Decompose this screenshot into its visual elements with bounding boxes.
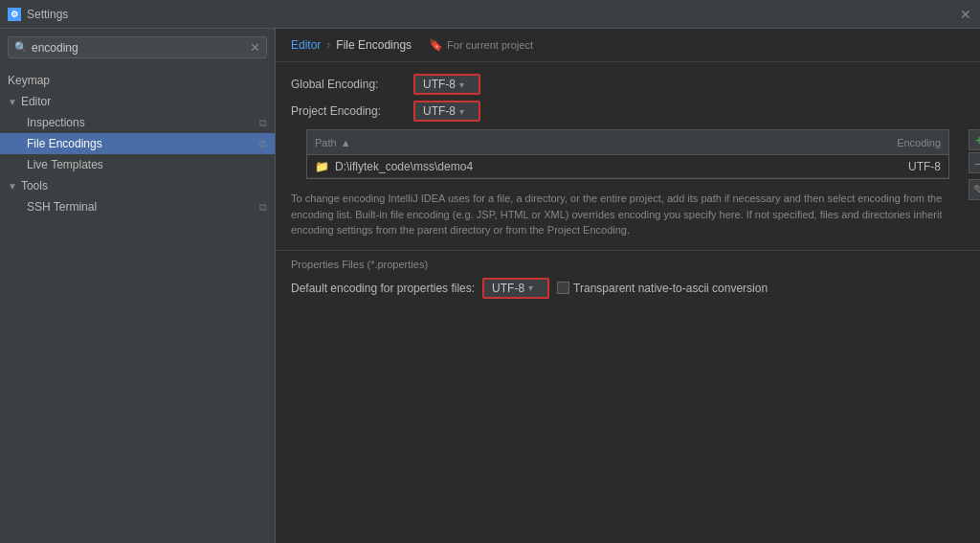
main-layout: 🔍 ✕ Keymap ▼ Editor Inspections ⧉ File E… [0, 29, 980, 543]
window-title: Settings [27, 8, 68, 21]
breadcrumb-tab-for-project[interactable]: 🔖 For current project [429, 38, 533, 52]
sidebar-section-tools[interactable]: ▼ Tools [0, 175, 275, 196]
table-toolbar: + – ✎ [969, 129, 980, 200]
transparent-checkbox-row: Transparent native-to-ascii conversion [557, 282, 768, 295]
settings-body: Global Encoding: UTF-8 ▾ Project Encodin… [276, 62, 980, 543]
breadcrumb-editor-link[interactable]: Editor [291, 38, 321, 52]
table-cell-path: 📁 D:\iflytek_code\mss\demo4 [307, 160, 834, 173]
search-clear-icon[interactable]: ✕ [250, 40, 260, 55]
sidebar-item-inspections[interactable]: Inspections ⧉ [0, 112, 275, 133]
breadcrumb: Editor › File Encodings 🔖 For current pr… [276, 29, 980, 62]
table-header: Path ▲ Encoding [307, 130, 948, 155]
breadcrumb-current: File Encodings [336, 38, 412, 52]
search-box[interactable]: 🔍 ✕ [8, 36, 267, 58]
transparent-checkbox[interactable] [557, 282, 569, 294]
global-encoding-dropdown[interactable]: UTF-8 ▾ [413, 74, 480, 95]
nav-tree: Keymap ▼ Editor Inspections ⧉ File Encod… [0, 66, 275, 543]
path-encoding-table: Path ▲ Encoding 📁 D:\iflytek_code\mss\de… [306, 129, 949, 179]
project-encoding-label: Project Encoding: [291, 104, 406, 118]
properties-row: Default encoding for properties files: U… [291, 278, 965, 299]
folder-icon: 📁 [315, 160, 329, 173]
global-encoding-label: Global Encoding: [291, 78, 406, 91]
inspections-copy-icon: ⧉ [259, 117, 267, 129]
encoding-rows: Global Encoding: UTF-8 ▾ Project Encodin… [276, 62, 980, 129]
editor-collapse-arrow: ▼ [8, 97, 17, 107]
project-encoding-arrow: ▾ [459, 106, 464, 117]
sidebar-item-ssh-terminal[interactable]: SSH Terminal ⧉ [0, 196, 275, 217]
transparent-label: Transparent native-to-ascii conversion [573, 282, 768, 295]
ssh-terminal-copy-icon: ⧉ [259, 201, 267, 214]
sidebar-item-keymap[interactable]: Keymap [0, 70, 275, 91]
table-row[interactable]: 📁 D:\iflytek_code\mss\demo4 UTF-8 [307, 155, 948, 178]
table-add-button[interactable]: + [969, 129, 980, 150]
sidebar: 🔍 ✕ Keymap ▼ Editor Inspections ⧉ File E… [0, 29, 276, 543]
search-input[interactable] [32, 41, 246, 55]
project-encoding-row: Project Encoding: UTF-8 ▾ [291, 101, 965, 122]
title-bar-left: ⚙ Settings [8, 8, 68, 21]
tools-collapse-arrow: ▼ [8, 181, 17, 192]
file-encodings-copy-icon: ⧉ [259, 138, 267, 150]
title-bar: ⚙ Settings ✕ [0, 0, 980, 29]
tab-icon: 🔖 [429, 38, 443, 52]
global-encoding-row: Global Encoding: UTF-8 ▾ [291, 74, 965, 95]
global-encoding-arrow: ▾ [459, 79, 464, 90]
table-edit-button[interactable]: ✎ [969, 179, 980, 200]
table-header-path: Path ▲ [307, 137, 834, 148]
table-remove-button[interactable]: – [969, 152, 980, 173]
sidebar-item-live-templates[interactable]: Live Templates [0, 154, 275, 175]
close-button[interactable]: ✕ [959, 8, 972, 21]
properties-encoding-dropdown[interactable]: UTF-8 ▾ [482, 278, 549, 299]
info-text: To change encoding IntelliJ IDEA uses fo… [276, 179, 980, 250]
project-encoding-dropdown[interactable]: UTF-8 ▾ [413, 101, 480, 122]
properties-title: Properties Files (*.properties) [291, 259, 965, 270]
app-icon: ⚙ [8, 8, 21, 21]
content-area: Editor › File Encodings 🔖 For current pr… [276, 29, 980, 543]
props-encoding-arrow: ▾ [528, 283, 533, 293]
properties-default-label: Default encoding for properties files: [291, 282, 475, 295]
sidebar-section-editor[interactable]: ▼ Editor [0, 91, 275, 112]
sidebar-item-file-encodings[interactable]: File Encodings ⧉ [0, 133, 275, 154]
breadcrumb-separator: › [326, 38, 330, 52]
table-body: 📁 D:\iflytek_code\mss\demo4 UTF-8 [307, 155, 948, 178]
search-icon: 🔍 [14, 41, 28, 54]
table-cell-encoding: UTF-8 [834, 160, 948, 173]
table-header-encoding: Encoding [834, 137, 948, 148]
properties-section: Properties Files (*.properties) Default … [276, 250, 980, 306]
